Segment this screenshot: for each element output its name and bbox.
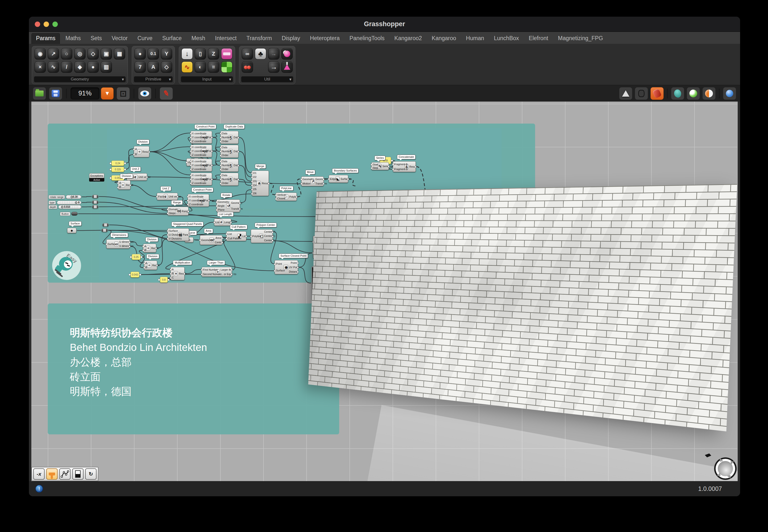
port-order[interactable]: Order [222, 140, 228, 143]
gh-node-c_area[interactable]: AreaGeometrym²AreaCentroid [200, 235, 223, 245]
component-icon[interactable]: ● [134, 48, 146, 59]
port-distance[interactable]: Distance [289, 270, 297, 273]
port-cull-pattern[interactable]: Cull Pattern [228, 237, 236, 240]
zoom-dropdown-button[interactable]: ▼ [101, 87, 114, 100]
port-b[interactable]: B [144, 249, 145, 252]
gh-node-c_sqp[interactable]: Staggered Quad PanelsSurfaceU DivisionsV… [167, 228, 189, 241]
port-range[interactable]: Range [182, 210, 187, 213]
port-data[interactable]: Data [234, 164, 237, 167]
component-icon[interactable]: ◇ [87, 48, 99, 59]
gh-node-c_move[interactable]: MoveGeometryMotion↗GeometryTransform [301, 176, 324, 186]
port-geometry[interactable]: Geometry [231, 202, 239, 204]
gh-node-c_img[interactable]: Image Sampler [312, 266, 351, 300]
port-y-coordinate[interactable]: Y coordinate [192, 164, 200, 167]
port-data[interactable]: Data [222, 132, 228, 135]
port-d2[interactable]: D2 [253, 176, 256, 178]
gh-node-c_cp2[interactable]: X coordinateY coordinateZ coordinatexyzP… [190, 145, 212, 157]
port-transform[interactable]: Transform [231, 208, 239, 210]
port-a[interactable]: A [145, 262, 146, 265]
component-icon[interactable]: ∞ [242, 48, 253, 59]
menu-tab-lunchbox[interactable]: LunchBox [489, 33, 524, 44]
port-point[interactable]: Point [327, 237, 337, 240]
gradient-curve-button[interactable] [59, 468, 70, 480]
port-surfaces[interactable]: Surfaces [340, 178, 347, 180]
slider-knob[interactable] [61, 206, 63, 208]
port-b[interactable]: B [145, 266, 146, 269]
quality-preview-button[interactable] [702, 87, 716, 100]
gh-node-p025[interactable]: 0.25 [132, 254, 140, 260]
port-data[interactable]: Data [222, 160, 228, 163]
gh-node-r_4[interactable] [101, 229, 108, 232]
port-start[interactable]: Start [373, 163, 376, 166]
port-d5[interactable]: D5 [253, 188, 256, 191]
slider-track[interactable]: 0.30 [66, 195, 81, 199]
gh-node-p0043[interactable]: 0.043 [130, 272, 139, 278]
component-icon[interactable]: × [35, 61, 46, 73]
port-z-coordinate[interactable]: Z coordinate [192, 140, 200, 143]
slider-track[interactable]: 0.010 [58, 205, 81, 209]
port-x-coordinate[interactable]: X coordinate [192, 174, 200, 177]
menu-tab-panelingtools[interactable]: PanelingTools [345, 33, 389, 44]
gh-node-s_type[interactable]: type8 [48, 200, 81, 205]
port-a[interactable]: A [172, 268, 173, 271]
gh-node-p024[interactable]: 0.24 [111, 161, 124, 166]
port-z-coordinate[interactable]: Z coordinate [192, 182, 200, 185]
port-surface[interactable]: Surface [315, 240, 321, 243]
port-b[interactable]: B [135, 153, 136, 156]
blue-preview-button[interactable] [723, 87, 736, 100]
port-second-number[interactable]: Second Number [203, 273, 215, 276]
menu-tab-magnetizing_fpg[interactable]: Magnetizing_FPG [553, 33, 608, 44]
component-icon[interactable]: ◆ [74, 61, 85, 73]
component-icon[interactable]: ↗ [48, 48, 59, 59]
cherry-icon[interactable] [242, 61, 253, 73]
port-step[interactable]: Step [373, 167, 376, 169]
port-center-e-[interactable]: Center(E) [264, 235, 271, 237]
gh-node-t_exc[interactable]: ExceptionsActive [89, 173, 104, 182]
slider-knob[interactable] [70, 196, 73, 198]
port-b[interactable]: B [172, 272, 173, 275]
port-unit-vector[interactable]: Unit vector [169, 195, 176, 198]
gh-node-p0115[interactable]: 0.115 [111, 167, 124, 172]
grasshopper-canvas[interactable]: Easy Ref 明斯特纺织协会行政楼 Behet Bondzio Lin Ar… [31, 102, 738, 481]
solver-alert-icon[interactable]: ! [35, 485, 43, 493]
gh-node-c_cp3[interactable]: X coordinateY coordinateZ coordinatexyzP… [190, 159, 212, 172]
port-number[interactable]: Number [222, 136, 228, 139]
port-z-coordinate[interactable]: Z coordinate [192, 168, 200, 171]
gh-node-prm_srf[interactable]: Surface◆ [67, 228, 76, 233]
gh-node-c_ser[interactable]: SeriesStartStepℕSeries [371, 162, 389, 170]
menu-tab-human[interactable]: Human [461, 33, 489, 44]
menu-tab-transform[interactable]: Transform [242, 33, 277, 44]
camera-trackball[interactable] [714, 457, 737, 480]
expression-button[interactable]: -x [33, 468, 45, 480]
port-result[interactable]: Result [179, 272, 183, 275]
port-larger-than[interactable]: Larger than [221, 268, 231, 271]
gh-node-c_uz2[interactable]: Unit ZFactorzUnit vector [157, 193, 178, 200]
port-center-a-[interactable]: Center(A) [264, 239, 271, 242]
port-d4[interactable]: D4 [253, 184, 256, 187]
port-y-coordinate[interactable]: Y coordinate [189, 199, 198, 202]
port-first-number[interactable]: First Number [203, 268, 215, 271]
tree-icon[interactable]: ♣ [255, 48, 266, 59]
menu-tab-surface[interactable]: Surface [157, 33, 186, 44]
port-result[interactable]: Result [151, 247, 155, 250]
menu-tab-kangaroo[interactable]: Kangaroo [427, 33, 461, 44]
gh-node-c_div1[interactable]: DivisionAB÷Result [134, 146, 149, 157]
menu-tab-intersect[interactable]: Intersect [210, 33, 242, 44]
port-plane[interactable]: Plane [218, 208, 225, 211]
port-c[interactable]: C [172, 276, 173, 279]
port-a[interactable]: A [135, 148, 136, 150]
port-x-coordinate[interactable]: X coordinate [192, 146, 200, 149]
component-icon[interactable]: A [148, 61, 159, 73]
port-domain[interactable]: Domain [169, 208, 175, 211]
port-surface[interactable]: Surface [108, 243, 113, 245]
small-glyph-icon[interactable]: 0.1 [148, 48, 159, 59]
gh-node-c_div2[interactable]: DivisionAB÷Result [118, 180, 130, 190]
gh-node-c_cp4[interactable]: X coordinateY coordinateZ coordinatexyzP… [190, 173, 212, 185]
port-panels[interactable]: Panels [183, 233, 187, 236]
sketch-tool-button[interactable]: ✎ [160, 87, 173, 100]
gh-node-c_dim[interactable]: DimensionsSurface▱U dimensionV dimension [106, 239, 130, 249]
port-steps[interactable]: Steps [169, 212, 175, 215]
port-point[interactable]: Point [207, 136, 211, 139]
component-icon[interactable]: Z [208, 48, 219, 59]
port-frame[interactable]: Frame [327, 255, 337, 257]
